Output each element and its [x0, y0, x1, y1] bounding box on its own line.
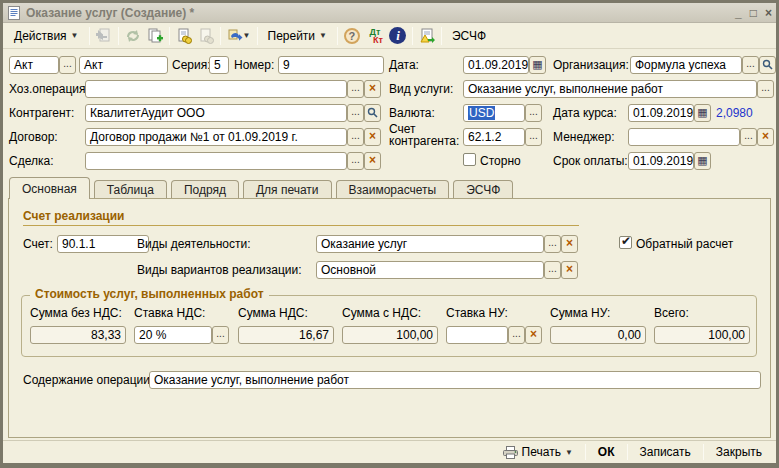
reverse-calc-checkbox[interactable]	[619, 236, 632, 249]
magnifier-icon	[367, 107, 378, 118]
business-operation-clear-button[interactable]: ×	[364, 80, 381, 98]
payment-due-field[interactable]: 01.09.2019	[628, 152, 694, 170]
operation-content-field[interactable]: Оказание услуг, выполнение работ	[149, 371, 761, 389]
document-header-form: Акт ... Акт Серия: 5 Номер: 9 Дата: 01.0…	[3, 49, 776, 177]
service-type-field[interactable]: Оказание услуг, выполнение работ	[463, 80, 757, 98]
sum-with-vat-field[interactable]: 100,00	[342, 326, 438, 344]
rate-date-field[interactable]: 01.09.2019	[628, 104, 694, 122]
contract-select-button[interactable]: ...	[347, 128, 364, 146]
organization-select-button[interactable]: ...	[742, 56, 759, 74]
ok-button[interactable]: ОК	[592, 443, 621, 461]
sales-variants-select-button[interactable]: ...	[544, 261, 561, 279]
toolbar-separator	[220, 27, 221, 45]
counterparty-account-select-button[interactable]: ...	[525, 128, 542, 146]
sales-group-title: Счет реализации	[23, 209, 579, 226]
storno-checkbox[interactable]	[463, 153, 476, 166]
vat-sum-label: Сумма НДС:	[238, 306, 308, 320]
output-button[interactable]: ▼	[224, 26, 254, 46]
doc-kind-field[interactable]: Акт	[79, 56, 168, 74]
total-field[interactable]: 100,00	[654, 326, 750, 344]
tab-settlements[interactable]: Взаиморасчеты	[336, 180, 450, 199]
close-button[interactable]: ×	[765, 7, 772, 19]
minimize-button[interactable]: _	[735, 7, 742, 19]
series-field[interactable]: 5	[209, 56, 229, 74]
vat-rate-select-button[interactable]: ...	[212, 326, 229, 344]
chevron-down-icon: ▼	[243, 31, 251, 40]
counterparty-select-button[interactable]: ...	[347, 104, 364, 122]
number-field[interactable]: 9	[278, 56, 384, 74]
tab-table[interactable]: Таблица	[94, 180, 167, 199]
service-type-label: Вид услуги:	[389, 82, 453, 96]
doc-type-field[interactable]: Акт	[9, 56, 59, 74]
deal-select-button[interactable]: ...	[347, 152, 364, 170]
post-document-button[interactable]	[173, 26, 195, 46]
counterparty-open-button[interactable]	[364, 104, 381, 122]
activity-types-select-button[interactable]: ...	[544, 235, 561, 253]
toolbar-separator	[337, 27, 338, 45]
deal-field[interactable]	[85, 152, 347, 170]
business-operation-field[interactable]	[85, 80, 347, 98]
currency-field[interactable]: USD	[463, 104, 525, 122]
eschf-menu-button[interactable]: ЭСЧФ	[445, 26, 493, 46]
nu-rate-field[interactable]	[446, 326, 508, 344]
account-field[interactable]: 90.1.1	[57, 235, 149, 253]
nu-rate-label: Ставка НУ:	[446, 306, 508, 320]
payment-due-calendar-button[interactable]: ▦	[694, 152, 711, 170]
activity-types-clear-button[interactable]: ×	[561, 235, 578, 253]
unpost-document-button	[195, 26, 217, 46]
output-arrow-icon	[227, 28, 243, 44]
dtkt-button[interactable]: Дт Кт	[363, 26, 387, 46]
maximize-button[interactable]: □	[750, 7, 757, 19]
print-button[interactable]: Печать ▼	[497, 443, 579, 461]
manager-select-button[interactable]: ...	[740, 128, 757, 146]
deal-clear-button[interactable]: ×	[364, 152, 381, 170]
manager-clear-button[interactable]: ×	[757, 128, 774, 146]
tab-for-print[interactable]: Для печати	[243, 180, 332, 199]
actions-menu-button[interactable]: Действия ▼	[7, 26, 86, 46]
cost-group-title: Стоимость услуг, выполненных работ	[30, 287, 269, 301]
tab-main[interactable]: Основная	[9, 177, 90, 199]
sales-variants-field[interactable]: Основной	[316, 261, 544, 279]
goto-menu-button[interactable]: Перейти ▼	[261, 26, 334, 46]
sales-variants-clear-button[interactable]: ×	[561, 261, 578, 279]
date-field[interactable]: 01.09.2019	[463, 56, 529, 74]
business-operation-select-button[interactable]: ...	[347, 80, 364, 98]
sum-with-vat-label: Сумма с НДС:	[342, 306, 421, 320]
currency-label: Валюта:	[389, 106, 435, 120]
payment-due-label: Срок оплаты:	[553, 154, 628, 168]
manager-field[interactable]	[628, 128, 740, 146]
tab-subcontract[interactable]: Подряд	[171, 180, 239, 199]
help-button[interactable]: ?	[341, 26, 363, 46]
nu-sum-field[interactable]: 0,00	[550, 326, 646, 344]
tab-eschf[interactable]: ЭСЧФ	[453, 180, 513, 199]
counterparty-account-field[interactable]: 62.1.2	[463, 128, 525, 146]
close-form-button[interactable]: Закрыть	[710, 443, 768, 461]
printer-icon	[503, 446, 518, 459]
eschf-create-button[interactable]	[416, 26, 438, 46]
service-type-select-button[interactable]: ...	[757, 80, 774, 98]
info-button[interactable]: i	[387, 26, 409, 46]
counterparty-label: Контрагент:	[9, 106, 74, 120]
chevron-down-icon: ▼	[71, 31, 79, 40]
document-icon	[7, 6, 21, 20]
vat-rate-field[interactable]: 20 %	[134, 326, 212, 344]
contract-label: Договор:	[9, 130, 58, 144]
nu-rate-clear-button[interactable]: ×	[525, 326, 542, 344]
vat-sum-field[interactable]: 16,67	[238, 326, 334, 344]
eschf-document-icon	[419, 28, 435, 44]
activity-types-field[interactable]: Оказание услуг	[316, 235, 544, 253]
counterparty-field[interactable]: КвалитетАудит ООО	[85, 104, 347, 122]
contract-clear-button[interactable]: ×	[364, 128, 381, 146]
sum-no-vat-field[interactable]: 83,33	[30, 326, 126, 344]
date-calendar-button[interactable]: ▦	[529, 56, 546, 74]
organization-field[interactable]: Формула успеха	[630, 56, 742, 74]
toolbar-separator	[441, 27, 442, 45]
doc-type-select-button[interactable]: ...	[59, 56, 76, 74]
rate-date-calendar-button[interactable]: ▦	[694, 104, 711, 122]
save-button[interactable]: Записать	[634, 443, 697, 461]
organization-open-button[interactable]	[759, 56, 776, 74]
nu-rate-select-button[interactable]: ...	[508, 326, 525, 344]
contract-field[interactable]: Договор продажи №1 от 01.09.2019 г.	[85, 128, 347, 146]
currency-select-button[interactable]: ...	[525, 104, 542, 122]
copy-button[interactable]	[144, 26, 166, 46]
